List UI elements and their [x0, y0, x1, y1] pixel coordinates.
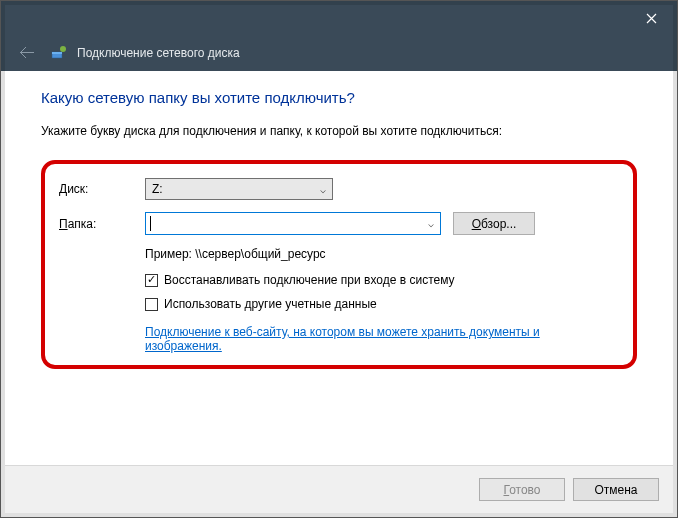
- drive-value: Z:: [152, 182, 163, 196]
- browse-button[interactable]: Обзор...: [453, 212, 535, 235]
- example-text: Пример: \\сервер\общий_ресурс: [145, 247, 619, 261]
- chevron-down-icon: ⌵: [320, 184, 326, 195]
- credentials-checkbox[interactable]: [145, 298, 158, 311]
- connect-website-link[interactable]: Подключение к веб-сайту, на котором вы м…: [145, 325, 619, 353]
- back-arrow-icon[interactable]: 🡠: [13, 44, 41, 62]
- cancel-button[interactable]: Отмена: [573, 478, 659, 501]
- window-title: Подключение сетевого диска: [77, 46, 240, 60]
- wizard-header: 🡠 Подключение сетевого диска: [1, 35, 677, 71]
- reconnect-checkbox[interactable]: [145, 274, 158, 287]
- folder-input[interactable]: ⌵: [145, 212, 441, 235]
- network-drive-icon: [51, 45, 67, 61]
- credentials-label: Использовать другие учетные данные: [164, 297, 377, 311]
- credentials-checkbox-row[interactable]: Использовать другие учетные данные: [145, 297, 619, 311]
- chevron-down-icon[interactable]: ⌵: [428, 218, 434, 229]
- form-highlight: Диск: Z: ⌵ Папка: ⌵ Обзор... Пример: \\с…: [41, 160, 637, 369]
- titlebar: [1, 1, 677, 35]
- content-area: Какую сетевую папку вы хотите подключить…: [1, 71, 677, 369]
- svg-point-2: [60, 46, 66, 52]
- instruction-text: Укажите букву диска для подключения и па…: [41, 124, 637, 138]
- text-caret: [150, 216, 151, 231]
- drive-select[interactable]: Z: ⌵: [145, 178, 333, 200]
- reconnect-label: Восстанавливать подключение при входе в …: [164, 273, 455, 287]
- close-icon: [646, 13, 657, 24]
- close-button[interactable]: [629, 3, 673, 33]
- svg-rect-1: [52, 52, 62, 54]
- finish-button[interactable]: Готово: [479, 478, 565, 501]
- drive-row: Диск: Z: ⌵: [59, 178, 619, 200]
- folder-row: Папка: ⌵ Обзор...: [59, 212, 619, 235]
- drive-label: Диск:: [59, 182, 145, 196]
- footer: Готово Отмена: [5, 465, 673, 513]
- page-heading: Какую сетевую папку вы хотите подключить…: [41, 89, 637, 106]
- folder-label: Папка:: [59, 217, 145, 231]
- reconnect-checkbox-row[interactable]: Восстанавливать подключение при входе в …: [145, 273, 619, 287]
